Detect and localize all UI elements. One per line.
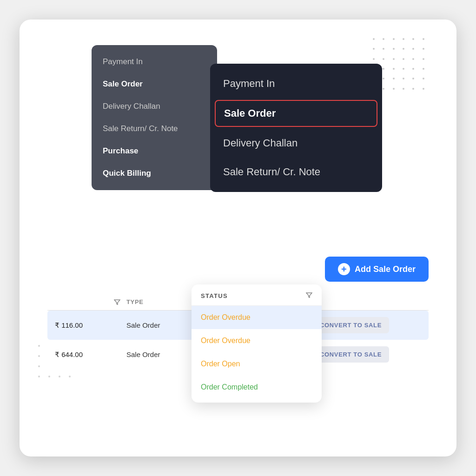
right-menu-delivery-challan[interactable]: Delivery Challan: [210, 129, 382, 158]
row2-action: CONVERT TO SALE: [312, 346, 429, 363]
row1-action: CONVERT TO SALE: [312, 317, 429, 333]
add-sale-order-button[interactable]: + Add Sale Order: [325, 257, 429, 282]
plus-icon: +: [338, 263, 350, 275]
status-filter-dropdown: STATUS Order Overdue Order Overdue Order…: [192, 284, 322, 403]
row2-amount: ₹ 644.00: [47, 350, 108, 359]
row1-amount: ₹ 116.00: [47, 321, 108, 330]
status-item-order-completed[interactable]: Order Completed: [192, 376, 322, 399]
convert-to-sale-button-2[interactable]: CONVERT TO SALE: [312, 346, 389, 363]
left-menu-quick-billing[interactable]: Quick Billing: [92, 162, 217, 185]
status-filter-icon[interactable]: [306, 292, 312, 300]
dropdown-left-menu: Payment In Sale Order Delivery Challan S…: [92, 45, 217, 190]
status-item-order-overdue-1[interactable]: Order Overdue: [192, 306, 322, 329]
left-menu-payment-in[interactable]: Payment In: [92, 51, 217, 73]
convert-to-sale-button-1[interactable]: CONVERT TO SALE: [312, 317, 389, 333]
right-menu-sale-order[interactable]: Sale Order: [215, 100, 377, 127]
status-item-order-overdue-2[interactable]: Order Overdue: [192, 329, 322, 352]
main-screen: for(let i=0;i<36;i++) document.currentSc…: [20, 20, 456, 456]
status-dropdown-header: STATUS: [192, 292, 322, 306]
col-filter-icon[interactable]: [108, 299, 126, 305]
status-item-order-open[interactable]: Order Open: [192, 352, 322, 376]
status-header-label: STATUS: [201, 292, 228, 299]
dropdown-right-menu: Payment In Sale Order Delivery Challan S…: [210, 64, 382, 192]
add-sale-order-label: Add Sale Order: [355, 264, 416, 274]
right-menu-sale-return[interactable]: Sale Return/ Cr. Note: [210, 158, 382, 186]
left-menu-sale-return[interactable]: Sale Return/ Cr. Note: [92, 118, 217, 140]
right-menu-payment-in[interactable]: Payment In: [210, 69, 382, 98]
left-menu-purchase[interactable]: Purchase: [92, 140, 217, 162]
left-menu-delivery-challan[interactable]: Delivery Challan: [92, 95, 217, 118]
left-menu-sale-order[interactable]: Sale Order: [92, 73, 217, 95]
col-type-header: TYPE: [126, 298, 201, 305]
